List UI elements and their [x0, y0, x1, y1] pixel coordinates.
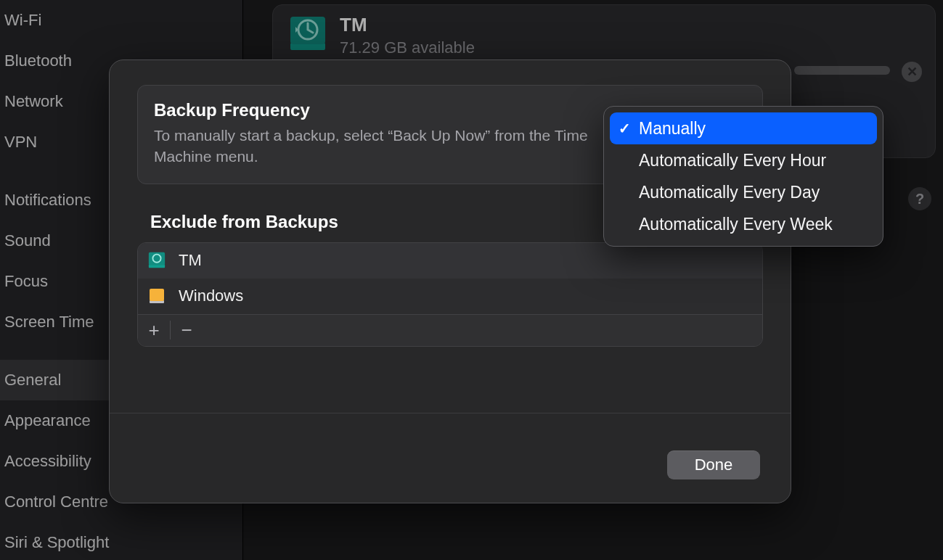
- menu-item-label: Automatically Every Hour: [639, 151, 826, 170]
- done-button-label: Done: [695, 456, 733, 474]
- menu-item-label: Automatically Every Week: [639, 215, 833, 234]
- exclude-row-label: Windows: [179, 287, 243, 305]
- time-machine-disk-icon: [147, 250, 167, 271]
- menu-item-every-week[interactable]: Automatically Every Week: [610, 208, 877, 240]
- external-disk-icon: [147, 286, 167, 306]
- sheet-divider: [110, 413, 791, 413]
- exclude-row-label: TM: [179, 251, 202, 270]
- menu-item-manually[interactable]: ✓ Manually: [610, 112, 877, 144]
- plus-icon: +: [148, 319, 159, 342]
- menu-item-label: Manually: [639, 119, 706, 139]
- svg-rect-7: [150, 289, 164, 301]
- backup-frequency-menu: ✓ Manually Automatically Every Hour Auto…: [603, 106, 883, 247]
- check-icon: ✓: [619, 120, 631, 137]
- remove-exclude-button[interactable]: −: [171, 314, 203, 346]
- exclude-row[interactable]: TM: [138, 243, 762, 279]
- backup-frequency-description: To manually start a backup, select “Back…: [154, 125, 619, 168]
- exclude-row[interactable]: Windows: [138, 279, 762, 314]
- add-exclude-button[interactable]: +: [138, 314, 170, 346]
- menu-item-label: Automatically Every Day: [639, 183, 820, 202]
- done-button[interactable]: Done: [667, 450, 760, 479]
- exclude-list: TM Windows + −: [137, 242, 763, 347]
- exclude-toolbar: + −: [138, 314, 762, 346]
- menu-item-every-hour[interactable]: Automatically Every Hour: [610, 144, 877, 176]
- menu-item-every-day[interactable]: Automatically Every Day: [610, 176, 877, 208]
- minus-icon: −: [181, 319, 192, 342]
